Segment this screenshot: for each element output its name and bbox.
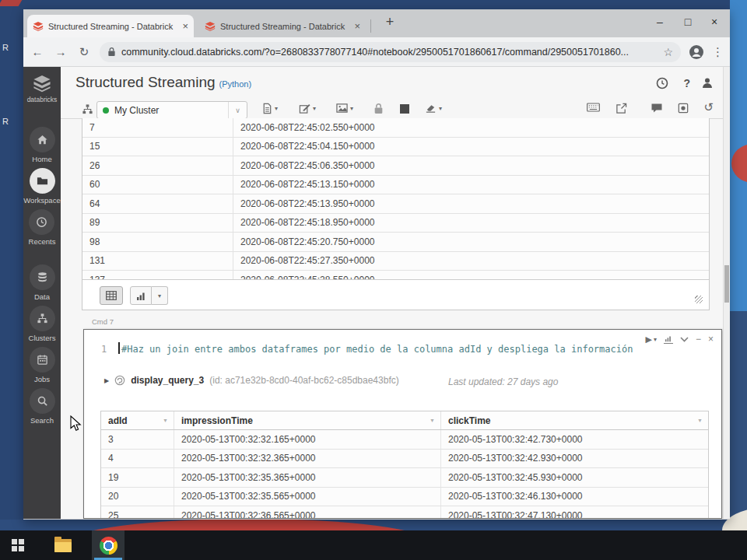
- query-status-row: ▶ display_query_3 (id: ac71e32b-8cd0-40a…: [104, 375, 399, 386]
- browser-toolbar: ← → ↻ community.cloud.databricks.com/?o=…: [23, 37, 730, 67]
- chrome-button[interactable]: [92, 530, 124, 560]
- filter-icon[interactable]: ▼: [697, 418, 703, 423]
- file-icon: [261, 103, 272, 114]
- sidebar-item-home[interactable]: Home: [30, 127, 55, 163]
- expander-triangle-icon[interactable]: ▶: [104, 377, 109, 384]
- table-cell: 2020-05-13T00:32:47.130+0000: [441, 506, 708, 518]
- revision-history-icon[interactable]: ↺: [703, 100, 714, 114]
- run-cell-button[interactable]: ▶▾: [645, 334, 656, 345]
- code-line[interactable]: #Haz un join entre ambos dataframes por …: [121, 344, 633, 355]
- table-cell: 2020-06-08T22:45:04.150+0000: [233, 141, 709, 152]
- column-header-clicktime: clickTime▼: [441, 411, 708, 429]
- window-close-button[interactable]: ×: [702, 11, 727, 33]
- filter-icon[interactable]: ▼: [163, 418, 168, 423]
- home-icon: [37, 134, 48, 145]
- back-icon[interactable]: ←: [30, 45, 45, 58]
- table-view-button[interactable]: [100, 286, 123, 305]
- table-row: 152020-06-08T22:45:04.150+0000: [82, 138, 709, 157]
- reload-icon[interactable]: ↻: [76, 45, 92, 59]
- desktop-icon-label: R: [2, 43, 9, 52]
- table-cell: 2020-05-13T00:32:32.365+0000: [174, 450, 441, 468]
- table-cell: 15: [82, 138, 233, 156]
- recents-clock-icon: [36, 216, 47, 228]
- cluster-attach-icon: [82, 103, 93, 115]
- scrollbar[interactable]: [723, 67, 730, 519]
- new-tab-button[interactable]: +: [380, 14, 400, 30]
- scheduler-icon[interactable]: [678, 103, 689, 114]
- query-name[interactable]: display_query_3: [131, 375, 204, 386]
- cluster-selector[interactable]: My Cluster ∨: [96, 101, 247, 119]
- table-body: 32020-05-13T00:32:32.165+00002020-05-13T…: [101, 430, 708, 518]
- file-menu-button[interactable]: ▾: [261, 103, 278, 114]
- table-row: 642020-06-08T22:45:13.950+0000: [82, 194, 709, 214]
- comments-icon[interactable]: [651, 103, 663, 114]
- table-cell: 25: [101, 506, 174, 518]
- browser-menu-icon[interactable]: ⋮: [712, 45, 724, 59]
- sidebar-item-clusters[interactable]: Clusters: [29, 306, 56, 342]
- sidebar-item-recents[interactable]: Recents: [29, 209, 56, 246]
- address-bar[interactable]: community.cloud.databricks.com/?o=268083…: [100, 42, 681, 62]
- table-row: 202020-05-13T00:32:35.565+00002020-05-13…: [101, 488, 708, 507]
- start-button[interactable]: [2, 530, 34, 560]
- browser-profile-icon[interactable]: [689, 44, 704, 60]
- result-table: 72020-06-08T22:45:02.550+0000152020-06-0…: [82, 118, 709, 280]
- chart-view-button[interactable]: [130, 286, 152, 305]
- close-cell-icon[interactable]: ×: [708, 334, 714, 345]
- clear-menu-button[interactable]: ▾: [425, 103, 442, 114]
- sidebar-item-jobs[interactable]: Jobs: [30, 347, 55, 383]
- table-cell: 2020-06-08T22:45:13.950+0000: [233, 198, 709, 209]
- collapse-chevron-icon[interactable]: [680, 337, 689, 342]
- bookmark-star-icon[interactable]: ☆: [663, 46, 673, 58]
- tab-close-icon[interactable]: ×: [354, 20, 360, 32]
- sidebar-item-data[interactable]: Data: [30, 264, 55, 301]
- notebook-schedule-icon[interactable]: [656, 77, 668, 89]
- command-cell[interactable]: ▶▾ − × 1 #Haz un join entre ambos datafr…: [83, 329, 722, 519]
- table-cell: 7: [82, 118, 233, 137]
- table-cell: 4: [101, 450, 174, 468]
- tab-title: Structured Streaming - Databrick: [48, 22, 177, 31]
- file-explorer-button[interactable]: [47, 530, 79, 560]
- edit-menu-button[interactable]: ▾: [299, 103, 316, 114]
- chart-options-dropdown[interactable]: ▾: [152, 286, 168, 305]
- permissions-lock-icon[interactable]: [374, 103, 384, 114]
- chrome-logo-icon: [100, 537, 117, 555]
- tab-close-icon[interactable]: ×: [182, 20, 188, 32]
- table-cell: 2020-05-13T00:32:46.130+0000: [441, 488, 708, 506]
- account-user-icon[interactable]: [701, 77, 714, 89]
- forward-icon[interactable]: →: [53, 45, 68, 58]
- cluster-name: My Cluster: [114, 105, 228, 116]
- eraser-icon: [425, 103, 437, 114]
- browser-tab-active[interactable]: Structured Streaming - Databrick ×: [27, 15, 194, 37]
- sidebar-item-workspace[interactable]: Workspace: [23, 168, 60, 205]
- sidebar-item-label: Home: [32, 155, 51, 163]
- table-cell: 89: [82, 214, 233, 233]
- screen: R R Structured Streaming - Databrick ×: [0, 0, 747, 560]
- table-row: 72020-06-08T22:45:02.550+0000: [82, 118, 709, 138]
- view-menu-button[interactable]: ▾: [336, 103, 353, 114]
- filter-icon[interactable]: ▼: [430, 418, 435, 423]
- publish-export-icon[interactable]: [615, 103, 627, 114]
- tab-divider: [370, 19, 371, 33]
- text-cursor: [118, 342, 120, 354]
- last-updated-text: Last updated: 27 days ago: [448, 376, 558, 387]
- sidebar-item-search[interactable]: Search: [30, 388, 55, 425]
- shortcuts-keyboard-icon[interactable]: [587, 103, 600, 112]
- help-icon[interactable]: ?: [683, 77, 690, 89]
- sidebar-item-label: Jobs: [34, 375, 50, 383]
- dropdown-icon: ▾: [313, 105, 316, 112]
- minimize-cell-icon[interactable]: −: [696, 334, 701, 345]
- cell-controls: ▶▾ − ×: [645, 334, 714, 345]
- databricks-logo-icon: [32, 75, 52, 93]
- folder-icon: [54, 539, 72, 552]
- window-maximize-button[interactable]: □: [675, 11, 700, 33]
- table-cell: 2020-05-13T00:32:32.165+0000: [174, 430, 441, 449]
- scrollbar-thumb[interactable]: [724, 265, 729, 303]
- browser-tab-inactive[interactable]: Structured Streaming - Databrick ×: [199, 15, 366, 37]
- stop-execution-icon[interactable]: [400, 104, 409, 114]
- table-cell: 137: [82, 271, 233, 280]
- chevron-down-icon[interactable]: ∨: [228, 102, 247, 118]
- window-minimize-button[interactable]: –: [647, 11, 672, 33]
- table-header-row: adId▼ impressionTime▼ clickTime▼: [101, 411, 708, 430]
- resize-handle[interactable]: [695, 296, 703, 303]
- cell-chart-icon[interactable]: [664, 335, 673, 344]
